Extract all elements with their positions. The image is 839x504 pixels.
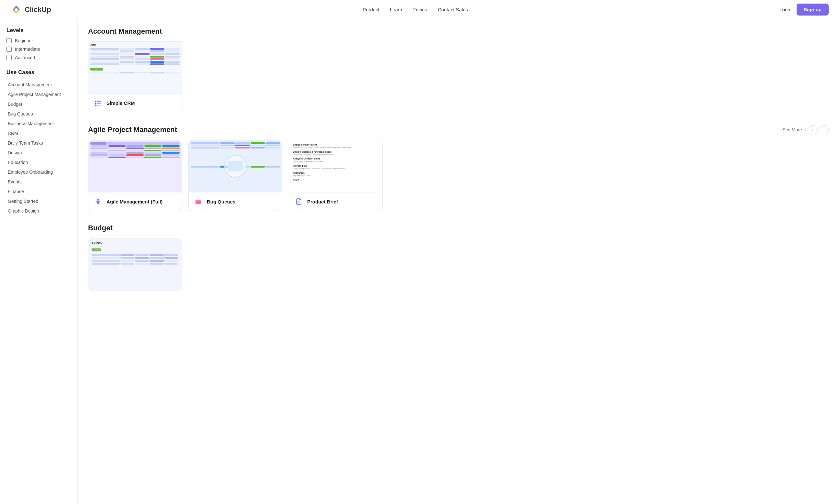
nav-pricing[interactable]: Pricing [413, 7, 427, 12]
level-beginner-checkbox[interactable] [6, 38, 12, 43]
pb-heading-1: Design considerations [293, 144, 379, 146]
nav-learn[interactable]: Learn [390, 7, 402, 12]
card-agile-management-full[interactable]: Agile Management (Full) [88, 140, 182, 211]
sidebar-item-design[interactable]: Design [6, 148, 71, 157]
card-bug-queues-image [189, 140, 282, 192]
svg-point-6 [98, 200, 99, 201]
folder-icon [194, 197, 203, 206]
svg-rect-1 [97, 101, 101, 102]
see-more-group: See More | ← → [782, 125, 829, 134]
pb-heading-4: Release plan [293, 165, 379, 167]
pb-text-2: Links to your design files on your platf… [293, 154, 379, 156]
pb-line-5: Resources Any other helpful links. [293, 172, 379, 177]
pb-heading-6: FAQs [293, 179, 379, 181]
logo-icon [10, 4, 22, 16]
card-simple-crm-image: CRM [88, 42, 181, 93]
navbar-right: Login Sign up [780, 3, 829, 16]
navbar: ClickUp Product Learn Pricing Contact Sa… [0, 0, 839, 19]
sidebar-item-graphic-design[interactable]: Graphic Design [6, 206, 71, 215]
sidebar-item-events[interactable]: Events [6, 177, 71, 186]
card-simple-crm-footer: Simple CRM [88, 93, 181, 112]
sidebar-item-education[interactable]: Education [6, 158, 71, 167]
section-budget-title: Budget [88, 224, 112, 232]
card-simple-crm[interactable]: CRM [88, 41, 182, 112]
section-budget-header: Budget [88, 224, 829, 232]
card-budget-image: Budget Electricity [88, 238, 181, 290]
level-beginner-label: Beginner [15, 38, 33, 43]
level-advanced-label: Advanced [15, 55, 35, 60]
see-more-link[interactable]: See More [782, 127, 802, 132]
page-layout: Levels Beginner Intermediate Advanced Us… [0, 19, 839, 504]
pb-line-1: Design considerations What the designer … [293, 144, 379, 149]
card-simple-crm-label: Simple CRM [106, 100, 135, 106]
card-agile-management-full-image [88, 140, 181, 192]
section-account-management-title: Account Management [88, 27, 162, 36]
card-agile-management-full-footer: Agile Management (Full) [88, 192, 181, 211]
level-advanced-checkbox[interactable] [6, 55, 12, 60]
section-agile-header: Agile Project Management See More | ← → [88, 125, 829, 134]
card-product-brief-footer: Product Brief [289, 192, 382, 211]
sidebar-item-account-management[interactable]: Account Management [6, 80, 71, 89]
pb-line-2: Links to designs & functional specs Link… [293, 151, 379, 156]
cards-grid-agile: Agile Management (Full) [88, 140, 829, 211]
card-agile-management-full-label: Agile Management (Full) [106, 199, 162, 204]
level-intermediate-checkbox[interactable] [6, 47, 12, 52]
product-brief-mock: Design considerations What the designer … [289, 140, 382, 192]
card-budget[interactable]: Budget Electricity [88, 238, 182, 290]
login-button[interactable]: Login [780, 7, 791, 12]
card-bug-queues-footer: Bug Queues [189, 192, 282, 211]
level-intermediate[interactable]: Intermediate [6, 47, 71, 52]
sidebar-item-crm[interactable]: CRM [6, 129, 71, 138]
pb-text-3: Define which events need to be tracked. [293, 160, 379, 163]
sidebar-item-budget[interactable]: Budget [6, 100, 71, 109]
document-icon [294, 197, 303, 206]
list-icon [93, 98, 103, 107]
level-advanced[interactable]: Advanced [6, 55, 71, 60]
budget-tag-electricity: Electricity [92, 249, 101, 251]
pb-heading-2: Links to designs & functional specs [293, 151, 379, 153]
navbar-links: Product Learn Pricing Contact Sales [363, 7, 468, 12]
svg-rect-0 [95, 101, 97, 102]
pb-text-1: What the designer should keep in mind as… [293, 146, 379, 149]
nav-arrow-left[interactable]: ← [808, 125, 818, 134]
svg-rect-4 [95, 105, 97, 106]
sidebar-item-employee-onboarding[interactable]: Employee Onboarding [6, 167, 71, 177]
levels-filter-group: Beginner Intermediate Advanced [6, 38, 71, 60]
rocket-icon [93, 197, 103, 206]
sidebar-item-daily-team-tasks[interactable]: Daily Team Tasks [6, 139, 71, 147]
sidebar: Levels Beginner Intermediate Advanced Us… [0, 19, 78, 504]
see-more-divider: | [805, 127, 806, 133]
sidebar-item-getting-started[interactable]: Getting Started [6, 197, 71, 206]
section-account-management: Account Management CRM [88, 27, 829, 112]
card-product-brief[interactable]: Design considerations What the designer … [289, 140, 383, 211]
sidebar-item-business-management[interactable]: Business Management [6, 119, 71, 128]
pb-line-4: Release plan Outline what phases or mile… [293, 165, 379, 170]
levels-title: Levels [6, 27, 71, 34]
section-agile: Agile Project Management See More | ← → [88, 125, 829, 211]
section-agile-title: Agile Project Management [88, 126, 177, 134]
logo[interactable]: ClickUp [10, 4, 51, 16]
nav-product[interactable]: Product [363, 7, 379, 12]
svg-rect-2 [95, 103, 97, 104]
sidebar-item-finance[interactable]: Finance [6, 187, 71, 196]
card-bug-queues[interactable]: Bug Queues [188, 140, 282, 211]
card-product-brief-label: Product Brief [307, 199, 338, 204]
signup-button[interactable]: Sign up [797, 3, 829, 16]
sidebar-item-agile-project-management[interactable]: Agile Project Management [6, 90, 71, 99]
crm-mock-title: CRM [90, 44, 180, 47]
pb-heading-3: Analytics Considerations [293, 158, 379, 160]
pb-line-6: FAQs [293, 179, 379, 181]
card-bug-queues-label: Bug Queues [207, 199, 235, 204]
nav-arrow-right[interactable]: → [820, 125, 829, 134]
card-product-brief-image: Design considerations What the designer … [289, 140, 382, 192]
nav-arrows: ← → [808, 125, 829, 134]
svg-rect-5 [97, 105, 101, 106]
pb-heading-5: Resources [293, 172, 379, 174]
sidebar-item-bug-queues[interactable]: Bug Queues [6, 109, 71, 119]
section-budget: Budget Budget Electricity [88, 224, 829, 290]
pb-line-3: Analytics Considerations Define which ev… [293, 158, 379, 163]
cards-grid-account-management: CRM [88, 41, 829, 112]
nav-contact-sales[interactable]: Contact Sales [438, 7, 468, 12]
level-beginner[interactable]: Beginner [6, 38, 71, 43]
budget-mock: Budget Electricity [88, 238, 181, 290]
